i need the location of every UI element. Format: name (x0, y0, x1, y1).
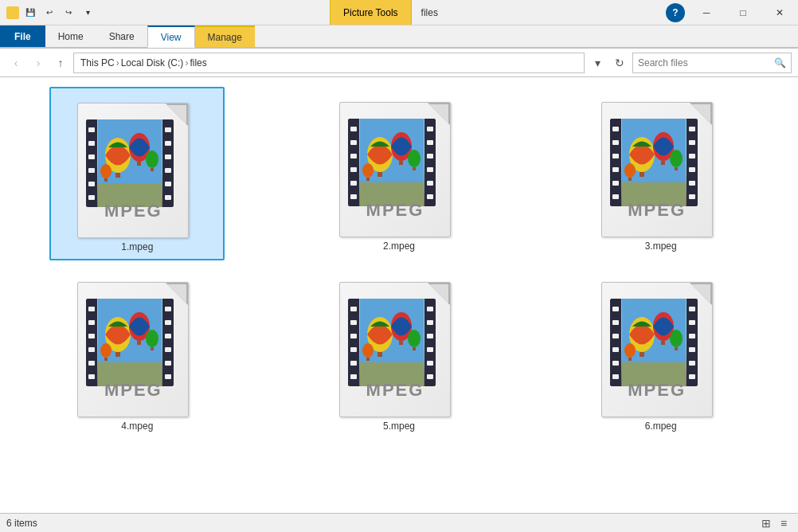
file-item[interactable]: MPEG 6.mpeg (573, 267, 749, 439)
forward-button[interactable]: › (29, 53, 48, 72)
title-bar-left: 💾 ↩ ↪ ▾ (0, 0, 102, 25)
qat-undo[interactable]: ↩ (41, 5, 57, 21)
window-controls: ? ─ □ ✕ (666, 0, 798, 25)
svg-rect-23 (640, 172, 644, 177)
mpeg-label: MPEG (78, 201, 188, 221)
film-strip (610, 119, 698, 206)
page-body: MPEG (339, 102, 451, 237)
svg-rect-13 (377, 172, 382, 177)
svg-rect-57 (675, 347, 678, 350)
qat-redo[interactable]: ↪ (61, 5, 76, 21)
mpeg-icon: MPEG (339, 94, 459, 237)
mpeg-icon: MPEG (77, 95, 197, 238)
path-this-pc: This PC (80, 57, 115, 68)
file-name: 3.mpeg (645, 241, 677, 252)
page-body: MPEG (339, 282, 451, 417)
page-body: MPEG (77, 282, 189, 417)
svg-rect-35 (137, 341, 141, 345)
file-grid: MPEG 1.mpeg (10, 87, 788, 439)
dropdown-button[interactable]: ▾ (588, 53, 607, 72)
page-body: MPEG (601, 102, 713, 237)
tab-manage[interactable]: Manage (195, 25, 255, 47)
svg-rect-59 (628, 358, 632, 361)
mpeg-icon: MPEG (601, 94, 721, 237)
film-strip (348, 299, 436, 386)
mpeg-label: MPEG (602, 200, 712, 221)
tab-share[interactable]: Share (96, 25, 147, 47)
mpeg-icon: MPEG (77, 274, 197, 417)
file-item[interactable]: MPEG 1.mpeg (49, 87, 225, 260)
ribbon: File Home Share View Manage (0, 25, 798, 49)
svg-rect-17 (413, 167, 416, 170)
mpeg-icon: MPEG (601, 274, 721, 417)
svg-rect-27 (675, 167, 678, 170)
file-name: 5.mpeg (383, 421, 415, 432)
mpeg-label: MPEG (340, 200, 450, 221)
svg-rect-45 (399, 341, 403, 345)
svg-point-18 (362, 163, 374, 178)
address-path[interactable]: This PC › Local Disk (C:) › files (73, 53, 585, 73)
svg-point-46 (408, 330, 421, 347)
svg-rect-5 (137, 162, 141, 166)
file-item[interactable]: MPEG 5.mpeg (311, 267, 487, 439)
main-content: MPEG 1.mpeg (0, 77, 798, 513)
film-strip (86, 299, 174, 386)
svg-rect-43 (377, 352, 382, 357)
maximize-button[interactable]: □ (725, 0, 761, 25)
svg-point-26 (670, 150, 683, 167)
tab-home[interactable]: Home (45, 25, 96, 47)
search-box[interactable]: 🔍 (632, 53, 792, 73)
path-files: files (190, 57, 206, 68)
picture-tools-tab[interactable]: Picture Tools (330, 0, 411, 25)
svg-point-16 (408, 150, 421, 167)
back-button[interactable]: ‹ (6, 53, 25, 72)
svg-point-36 (146, 330, 158, 347)
large-icon-view[interactable]: ⊞ (758, 515, 774, 531)
svg-rect-55 (661, 341, 665, 345)
svg-point-38 (100, 343, 111, 358)
svg-rect-39 (104, 358, 108, 361)
detail-view[interactable]: ≡ (776, 515, 792, 531)
refresh-button[interactable]: ↻ (610, 53, 629, 72)
qat-save[interactable]: 💾 (22, 5, 38, 21)
address-bar: ‹ › ↑ This PC › Local Disk (C:) › files … (0, 49, 798, 77)
search-input[interactable] (638, 57, 771, 68)
minimize-button[interactable]: ─ (688, 0, 725, 25)
file-item[interactable]: MPEG 4.mpeg (49, 267, 225, 439)
tab-view[interactable]: View (147, 25, 195, 48)
svg-point-8 (100, 164, 111, 178)
file-item[interactable]: MPEG 2.mpeg (311, 87, 487, 260)
file-item[interactable]: MPEG 3.mpeg (573, 87, 749, 260)
mpeg-label: MPEG (340, 380, 450, 401)
svg-rect-49 (366, 358, 370, 361)
film-strip (86, 119, 174, 207)
title-bar: 💾 ↩ ↪ ▾ Picture Tools files ? ─ □ ✕ (0, 0, 798, 25)
svg-point-58 (624, 343, 636, 358)
svg-point-56 (670, 330, 683, 347)
help-button[interactable]: ? (666, 3, 685, 22)
svg-rect-25 (661, 161, 665, 165)
mpeg-label: MPEG (78, 380, 188, 401)
page-body: MPEG (77, 103, 189, 238)
file-name: 4.mpeg (121, 421, 153, 432)
status-bar: 6 items ⊞ ≡ (0, 513, 798, 532)
window-title: files (421, 7, 438, 18)
title-center: Picture Tools files (102, 0, 666, 25)
mpeg-label: MPEG (602, 380, 712, 401)
file-name: 2.mpeg (383, 241, 415, 252)
svg-point-48 (362, 343, 374, 358)
qat-dropdown[interactable]: ▾ (80, 5, 96, 21)
view-buttons: ⊞ ≡ (758, 515, 792, 531)
file-name: 6.mpeg (645, 421, 677, 432)
tab-file[interactable]: File (0, 25, 45, 47)
svg-rect-37 (151, 347, 154, 350)
close-button[interactable]: ✕ (761, 0, 798, 25)
svg-point-28 (624, 163, 636, 178)
mpeg-icon: MPEG (339, 274, 459, 417)
svg-rect-3 (115, 173, 120, 178)
film-strip (610, 299, 698, 386)
svg-rect-47 (413, 347, 416, 350)
app-icon (6, 6, 19, 19)
ribbon-tabs: File Home Share View Manage (0, 25, 798, 48)
up-button[interactable]: ↑ (51, 53, 70, 72)
